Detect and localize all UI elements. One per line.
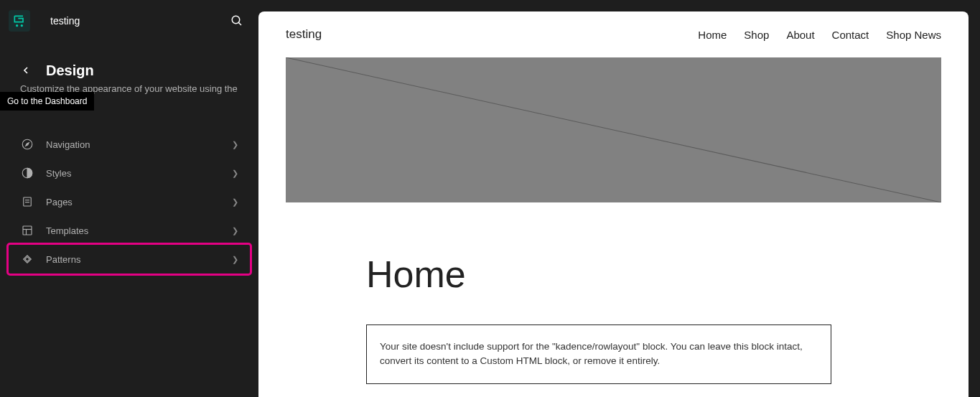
nav-item-patterns[interactable]: Patterns ❯ (9, 245, 250, 274)
nav-item-navigation[interactable]: Navigation ❯ (9, 130, 250, 159)
site-nav: Home Shop About Contact Shop News (698, 29, 941, 41)
nav-label: Pages (46, 197, 232, 207)
chevron-right-icon: ❯ (232, 255, 238, 264)
svg-line-3 (238, 22, 241, 25)
preview-frame[interactable]: testing Home Shop About Contact Shop New… (258, 11, 969, 397)
half-circle-icon (20, 166, 34, 180)
search-button[interactable] (224, 8, 250, 34)
panel-title-row: Go to the Dashboard Design (0, 42, 258, 79)
svg-rect-7 (24, 197, 32, 206)
svg-rect-10 (23, 226, 32, 235)
nav-label: Templates (46, 225, 232, 236)
panel-title: Design (46, 62, 94, 79)
chevron-right-icon: ❯ (232, 140, 238, 149)
site-logo[interactable] (9, 10, 30, 32)
nav-label: Styles (46, 168, 232, 179)
svg-point-0 (17, 25, 18, 27)
compass-icon (20, 137, 34, 151)
page-icon (20, 195, 34, 209)
svg-rect-14 (25, 257, 29, 261)
page-title: Home (366, 253, 941, 296)
nav-label: Patterns (46, 254, 232, 265)
diamond-icon (20, 252, 34, 266)
nav-link-shop[interactable]: Shop (744, 29, 769, 41)
chevron-right-icon: ❯ (232, 226, 238, 235)
sidebar: testing Go to the Dashboard Design Custo… (0, 0, 258, 397)
nav-link-home[interactable]: Home (698, 29, 727, 41)
nav-list: Navigation ❯ Styles ❯ Pages ❯ Templates … (0, 124, 258, 279)
nav-link-contact[interactable]: Contact (832, 29, 869, 41)
site-header: testing Home Shop About Contact Shop New… (258, 11, 969, 57)
sidebar-header: testing (0, 0, 258, 42)
svg-point-2 (232, 16, 240, 24)
chevron-right-icon: ❯ (232, 197, 238, 207)
nav-label: Navigation (46, 139, 232, 150)
chevron-right-icon: ❯ (232, 169, 238, 178)
preview-site-title[interactable]: testing (286, 27, 322, 42)
nav-link-shop-news[interactable]: Shop News (886, 29, 941, 41)
hero-placeholder (286, 57, 941, 202)
layout-icon (20, 223, 34, 238)
back-tooltip: Go to the Dashboard (0, 92, 94, 111)
nav-item-templates[interactable]: Templates ❯ (9, 216, 250, 245)
site-name[interactable]: testing (50, 15, 224, 27)
svg-marker-5 (26, 143, 29, 146)
block-warning: Your site doesn't include support for th… (366, 324, 831, 384)
back-button[interactable]: Go to the Dashboard (17, 62, 34, 79)
svg-point-1 (22, 25, 23, 27)
nav-item-styles[interactable]: Styles ❯ (9, 159, 250, 187)
nav-link-about[interactable]: About (786, 29, 814, 41)
nav-item-pages[interactable]: Pages ❯ (9, 187, 250, 216)
page-content: Home Your site doesn't include support f… (258, 202, 969, 397)
